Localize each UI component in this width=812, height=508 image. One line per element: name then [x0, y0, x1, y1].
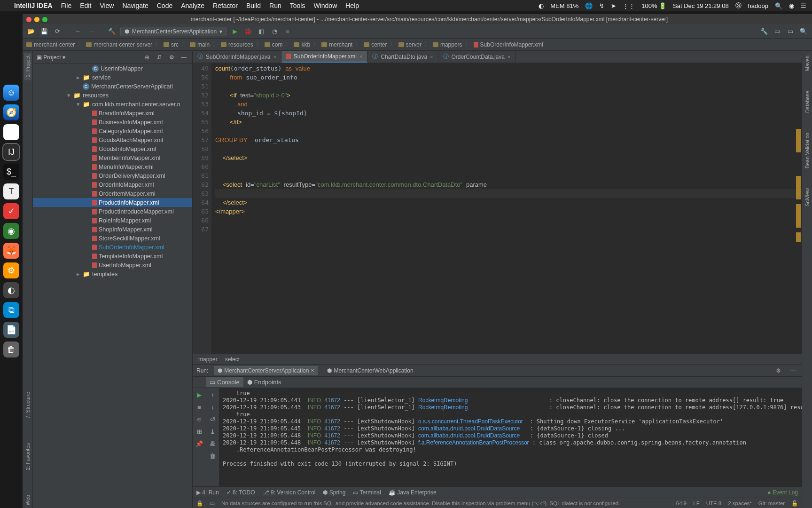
console-output[interactable]: true 2020-12-19 21:09:05.441 INFO 41672 … — [219, 388, 802, 486]
editor-tab[interactable]: Ⓙ ChartDataDto.java × — [367, 51, 438, 63]
menu-edit[interactable]: Edit — [80, 2, 91, 9]
dock-finder-icon[interactable]: ☺ — [3, 85, 19, 101]
indent[interactable]: 2 spaces* — [728, 500, 752, 506]
tree-item[interactable]: C UserInfoMapper — [33, 64, 192, 73]
wrap-icon[interactable]: ⏎ — [208, 414, 218, 424]
back-icon[interactable]: ← — [73, 27, 83, 36]
endpoints-tab[interactable]: ⬢ Endpoints — [243, 377, 285, 387]
crumb-merchant-center-server[interactable]: merchant-center-server — [86, 41, 152, 48]
bc-mapper[interactable]: mapper — [198, 356, 218, 363]
sdk-icon[interactable]: ▭ — [773, 27, 782, 36]
encoding[interactable]: UTF-8 — [706, 500, 722, 506]
tool-beanvalidation[interactable]: Bean Validation — [804, 130, 811, 171]
tree-item[interactable]: OrderItemMapper.xml — [33, 189, 192, 198]
user-label[interactable]: hadoop — [748, 2, 768, 9]
spotlight-icon[interactable]: 🔍 — [775, 2, 782, 9]
tree-item[interactable]: UserInfoMapper.xml — [33, 261, 192, 270]
tree-item[interactable]: ▸📁 service — [33, 73, 192, 82]
crumb-main[interactable]: main — [190, 41, 210, 48]
line-sep[interactable]: LF — [693, 500, 699, 506]
tree-item[interactable]: ProductIntroduceMapper.xml — [33, 207, 192, 216]
status-todo-icon[interactable]: ▭ — [210, 500, 215, 507]
tree-item[interactable]: ▾📁 resources — [33, 91, 192, 100]
dock-app-icon[interactable]: ◐ — [3, 282, 19, 298]
menu-file[interactable]: File — [61, 2, 72, 9]
tool-structure[interactable]: 7: Structure — [24, 389, 31, 421]
fullscreen-icon[interactable] — [42, 17, 47, 22]
sync-icon[interactable]: ↯ — [599, 2, 604, 9]
profile-button[interactable]: ◔ — [270, 27, 279, 36]
code-editor[interactable]: count(order_status) as value from sub_or… — [211, 63, 802, 354]
crumb-SubOrderInfoMapper.xml[interactable]: SubOrderInfoMapper.xml — [474, 41, 543, 48]
dock-chrome-icon[interactable]: ◉ — [3, 124, 19, 140]
tree-item[interactable]: MenuInfoMapper.xml — [33, 162, 192, 171]
tool-project[interactable]: 1: Project — [24, 53, 31, 80]
s-icon[interactable]: Ⓢ — [735, 1, 742, 10]
run-hide-icon[interactable]: — — [789, 366, 798, 375]
status-padlock-icon[interactable]: 🔓 — [791, 500, 798, 507]
down-icon[interactable]: ↓ — [208, 402, 218, 412]
debug-button[interactable]: 🐞 — [243, 27, 253, 36]
dock-terminal-icon[interactable]: $_ — [3, 164, 19, 180]
menu-build[interactable]: Build — [246, 2, 261, 9]
caret-pos[interactable]: 64:9 — [676, 500, 687, 506]
tree-item[interactable]: OrderInfoMapper.xml — [33, 180, 192, 189]
tree-item[interactable]: OrderDeliveryMapper.xml — [33, 171, 192, 180]
clock[interactable]: Sat Dec 19 21:29:08 — [673, 2, 729, 9]
tree-item[interactable]: SubOrderInfoMapper.xml — [33, 243, 192, 252]
bt-terminal[interactable]: ▭ Terminal — [353, 489, 381, 496]
close-tab-icon[interactable]: × — [359, 54, 362, 59]
bt-spring[interactable]: ⬢ Spring — [323, 489, 345, 496]
tree-item[interactable]: ▾📁 com.kkb.merchant.center.server.n — [33, 100, 192, 109]
crumb-src[interactable]: src — [164, 41, 179, 48]
tool-web[interactable]: Web — [24, 492, 31, 508]
crumb-merchant-center[interactable]: merchant-center — [26, 41, 75, 48]
tree-item[interactable]: CategoryInfoMapper.xml — [33, 127, 192, 135]
crumb-merchant[interactable]: merchant — [321, 41, 352, 48]
editor-tab[interactable]: Ⓙ OrderCountData.java × — [438, 51, 516, 63]
save-icon[interactable]: 💾 — [39, 27, 49, 36]
close-tab-icon[interactable]: × — [430, 54, 433, 60]
tool-maven[interactable]: Maven — [804, 53, 811, 74]
bt-run[interactable]: ▶ 4: Run — [196, 489, 219, 496]
structure-icon[interactable]: ▭ — [786, 27, 795, 36]
up-icon[interactable]: ↑ — [208, 390, 218, 399]
dock-safari-icon[interactable]: 🧭 — [3, 104, 19, 120]
tool-sciview[interactable]: SciView — [804, 185, 811, 209]
refresh-icon[interactable]: ⟳ — [53, 27, 62, 36]
close-tab-icon[interactable]: × — [273, 54, 276, 60]
tree-item[interactable]: GoodsAttachMapper.xml — [33, 135, 192, 144]
bt-vcs[interactable]: ⎇ 9: Version Control — [263, 489, 316, 496]
app-name[interactable]: IntelliJ IDEA — [14, 2, 53, 9]
tree-item[interactable]: BrandInfoMapper.xml — [33, 109, 192, 118]
menu-tools[interactable]: Tools — [290, 2, 305, 9]
tree-item[interactable]: ShopInfoMapper.xml — [33, 225, 192, 234]
menu-view[interactable]: View — [100, 2, 114, 9]
nav-bar[interactable]: merchant-center〉 merchant-center-server〉… — [23, 39, 812, 51]
crumb-resources[interactable]: resources — [221, 41, 253, 48]
locate-icon[interactable]: ⊕ — [142, 53, 152, 62]
istat-icon[interactable]: ◐ — [539, 2, 544, 9]
dock-firefox-icon[interactable]: 🦊 — [3, 243, 19, 259]
dock-todoist-icon[interactable]: ✓ — [3, 203, 19, 219]
menu-analyze[interactable]: Analyze — [181, 2, 204, 9]
menu-navigate[interactable]: Navigate — [122, 2, 148, 9]
editor-breadcrumb[interactable]: mapper select — [193, 354, 802, 364]
close-icon[interactable] — [26, 17, 31, 22]
globe-icon[interactable]: 🌐 — [585, 2, 593, 9]
bc-select[interactable]: select — [225, 356, 240, 363]
forward-icon[interactable]: → — [86, 27, 96, 36]
project-tree[interactable]: C UserInfoMapper▸📁 serviceC MerchantCent… — [33, 64, 192, 508]
tree-item[interactable]: GoodsInfoMapper.xml — [33, 144, 192, 153]
scroll-icon[interactable]: ⤓ — [208, 427, 218, 436]
pin-button[interactable]: 📌 — [195, 439, 204, 448]
settings-gear-icon[interactable]: ⚙ — [167, 53, 176, 62]
crumb-mappers[interactable]: mappers — [433, 41, 462, 48]
settings-icon[interactable]: 🔧 — [759, 27, 769, 36]
menu-code[interactable]: Code — [157, 2, 172, 9]
bt-todo[interactable]: ✓ 6: TODO — [226, 489, 255, 496]
bt-javaee[interactable]: ☕ Java Enterprise — [389, 489, 437, 496]
close-tab-icon[interactable]: × — [508, 54, 510, 60]
tree-item[interactable]: RoleInfoMapper.xml — [33, 216, 192, 225]
location-icon[interactable]: ➤ — [611, 2, 616, 9]
